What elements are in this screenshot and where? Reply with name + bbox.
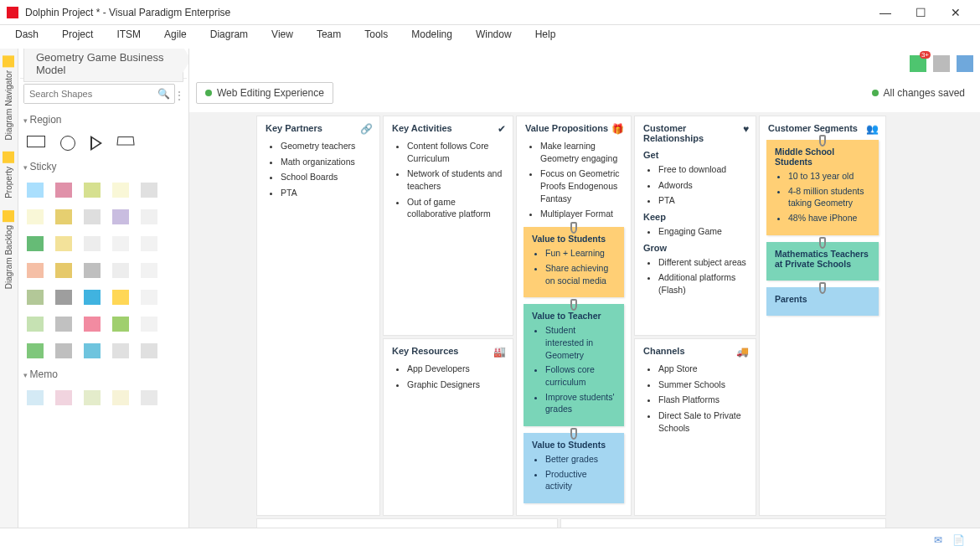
- section-sticky[interactable]: Sticky: [20, 156, 187, 178]
- list-item: Different subject areas: [658, 256, 747, 269]
- sticky-swatch[interactable]: [112, 317, 129, 332]
- sticky-swatch[interactable]: [141, 317, 157, 332]
- cell-channels[interactable]: Channels 🚚 App StoreSummer SchoolsFlash …: [634, 338, 756, 516]
- sticky-swatch[interactable]: [84, 290, 101, 305]
- menu-agile[interactable]: Agile: [164, 28, 187, 40]
- title-key-resources: Key Resources: [392, 346, 504, 356]
- sticky-swatch[interactable]: [141, 343, 157, 358]
- search-shapes-box[interactable]: 🔍: [23, 84, 175, 104]
- sticky-swatch[interactable]: [55, 263, 72, 278]
- list-item: Better grades: [545, 453, 616, 466]
- sticky-swatch[interactable]: [27, 183, 44, 198]
- list-item: PTA: [281, 187, 371, 199]
- rail-tab-diagram-backlog[interactable]: Diagram Backlog: [0, 205, 18, 294]
- announce-icon[interactable]: [910, 55, 926, 72]
- cell-value-propositions[interactable]: Value Propositions 🎁 Make learning Geome…: [516, 116, 632, 516]
- search-icon[interactable]: 🔍: [152, 85, 174, 103]
- menu-team[interactable]: Team: [317, 28, 341, 40]
- menu-window[interactable]: Window: [476, 28, 512, 40]
- shape-rect[interactable]: [27, 136, 45, 147]
- memo-swatch[interactable]: [55, 390, 72, 405]
- sticky-note[interactable]: Mathematics Teachers at Private Schools: [766, 242, 879, 281]
- shape-hex[interactable]: [116, 136, 134, 145]
- sticky-swatch[interactable]: [55, 343, 72, 358]
- sticky-swatch[interactable]: [55, 183, 72, 198]
- sticky-swatch[interactable]: [141, 183, 157, 198]
- cell-customer-relationships[interactable]: Customer Relationships ♥ GetFree to down…: [634, 116, 756, 336]
- sticky-swatch[interactable]: [112, 343, 129, 358]
- cell-key-activities[interactable]: Key Activities ✔ Content follows Core Cu…: [383, 116, 513, 336]
- sticky-swatch[interactable]: [27, 236, 44, 251]
- panel-options-icon[interactable]: ⋮: [173, 89, 185, 102]
- sticky-swatch[interactable]: [55, 317, 72, 332]
- sticky-note[interactable]: Value to StudentsBetter gradesProductive…: [524, 433, 624, 503]
- menu-dash[interactable]: Dash: [15, 28, 39, 40]
- editing-pill[interactable]: Web Editing Experience: [196, 82, 333, 104]
- sticky-swatch[interactable]: [84, 317, 101, 332]
- menu-itsm[interactable]: ITSM: [116, 28, 141, 40]
- sticky-note[interactable]: Value to TeacherStudent interested in Ge…: [524, 304, 624, 426]
- sticky-swatch[interactable]: [84, 343, 101, 358]
- mail-icon[interactable]: ✉: [934, 534, 942, 546]
- tool-icon-a[interactable]: [933, 55, 950, 72]
- sticky-swatch[interactable]: [141, 263, 157, 278]
- menu-view[interactable]: View: [271, 28, 293, 40]
- shape-circle[interactable]: [60, 136, 75, 151]
- memo-swatch[interactable]: [112, 390, 129, 405]
- cell-customer-segments[interactable]: Customer Segments 👥 Middle School Studen…: [759, 116, 886, 516]
- sticky-swatch[interactable]: [55, 209, 72, 224]
- sticky-swatch[interactable]: [27, 343, 44, 358]
- section-memo[interactable]: Memo: [20, 363, 187, 385]
- sticky-swatch[interactable]: [141, 209, 157, 224]
- sticky-swatch[interactable]: [84, 263, 101, 278]
- sticky-swatch[interactable]: [84, 183, 101, 198]
- menu-tools[interactable]: Tools: [364, 28, 388, 40]
- sticky-note[interactable]: Parents: [766, 287, 879, 316]
- section-region[interactable]: Region: [20, 109, 187, 131]
- sticky-note-title: Middle School Students: [775, 147, 870, 167]
- menu-modeling[interactable]: Modeling: [411, 28, 452, 40]
- cell-cost-structure[interactable]: Cost Structure 🏷 Game development fixed …: [256, 518, 558, 528]
- file-icon[interactable]: 📄: [952, 534, 965, 546]
- sticky-swatch[interactable]: [112, 209, 129, 224]
- cell-revenue-streams[interactable]: Revenue Streams $ Possible Low End (year…: [560, 518, 886, 528]
- sticky-swatch[interactable]: [27, 263, 44, 278]
- search-input[interactable]: [24, 85, 152, 103]
- rail-tab-property[interactable]: Property: [0, 147, 18, 203]
- close-button[interactable]: ✕: [938, 0, 973, 25]
- sticky-swatch[interactable]: [112, 183, 129, 198]
- minimize-button[interactable]: —: [868, 0, 903, 25]
- truck-icon: 🚚: [736, 346, 749, 358]
- sticky-swatch[interactable]: [141, 236, 157, 251]
- maximize-button[interactable]: ☐: [903, 0, 938, 25]
- saved-label: All changes saved: [884, 87, 965, 99]
- shapes-panel: Geometry Game Business Model 🔍 ⋮ Region …: [18, 49, 189, 528]
- menu-diagram[interactable]: Diagram: [210, 28, 248, 40]
- sticky-swatch[interactable]: [55, 290, 72, 305]
- shape-triangle[interactable]: [90, 136, 102, 151]
- memo-swatch[interactable]: [141, 390, 157, 405]
- sticky-swatch[interactable]: [27, 209, 44, 224]
- cell-key-resources[interactable]: Key Resources 🏭 App DevelopersGraphic De…: [383, 338, 513, 516]
- cell-key-partners[interactable]: Key Partners 🔗 Geometry teachersMath org…: [256, 116, 380, 516]
- tool-icon-b[interactable]: [957, 55, 973, 72]
- sticky-swatch[interactable]: [112, 263, 129, 278]
- memo-swatch[interactable]: [27, 390, 44, 405]
- menu-project[interactable]: Project: [62, 28, 93, 40]
- breadcrumb-chip[interactable]: Geometry Game Business Model: [23, 49, 183, 82]
- sticky-swatch[interactable]: [112, 236, 129, 251]
- sticky-swatch[interactable]: [55, 236, 72, 251]
- sticky-swatch[interactable]: [112, 290, 129, 305]
- menu-help[interactable]: Help: [535, 28, 556, 40]
- sticky-swatch[interactable]: [84, 236, 101, 251]
- rail-tab-diagram-navigator[interactable]: Diagram Navigator: [0, 50, 18, 145]
- memo-swatch[interactable]: [84, 390, 101, 405]
- sticky-swatch[interactable]: [27, 317, 44, 332]
- canvas[interactable]: Key Partners 🔗 Geometry teachersMath org…: [189, 112, 980, 528]
- sticky-swatch[interactable]: [84, 209, 101, 224]
- list-item: PTA: [658, 194, 747, 207]
- sticky-note[interactable]: Value to StudentsFun + LearningShare ach…: [524, 227, 624, 297]
- sticky-note[interactable]: Middle School Students10 to 13 year old4…: [766, 140, 879, 235]
- sticky-swatch[interactable]: [27, 290, 44, 305]
- sticky-swatch[interactable]: [141, 290, 157, 305]
